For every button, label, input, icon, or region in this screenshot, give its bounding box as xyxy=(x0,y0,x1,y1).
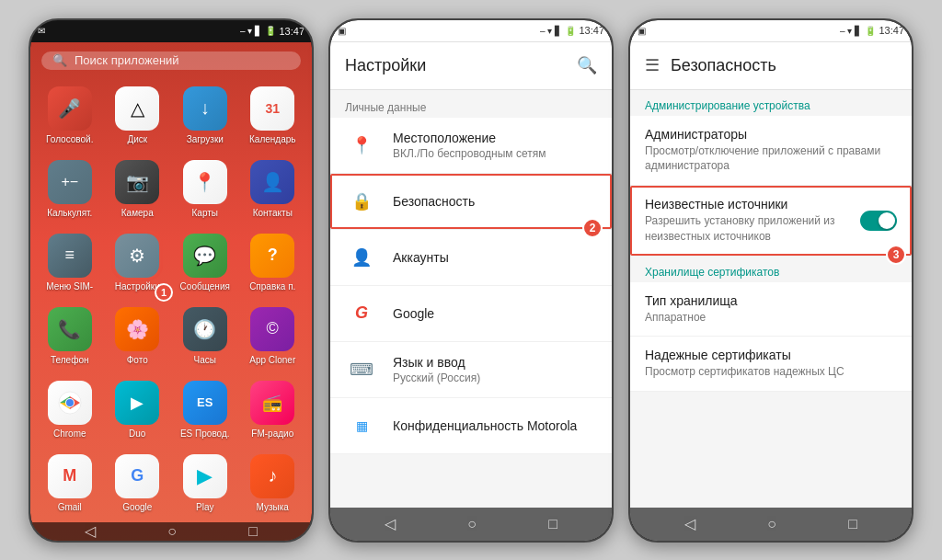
security-item-unknown-sources[interactable]: 3 Неизвестные источники Разрешить устано… xyxy=(630,186,912,257)
recents-button-2[interactable]: □ xyxy=(548,516,557,532)
screens-container: ✉ – ▾ ▋ 🔋 13:47 🔍 Поиск приложений xyxy=(0,0,942,560)
security-item-trusted-certs[interactable]: Надежные сертификаты Просмотр сертификат… xyxy=(630,337,912,392)
app-label-gmail: Gmail xyxy=(58,502,82,513)
settings-item-security-title: Безопасность xyxy=(393,194,597,209)
app-label-camera: Камера xyxy=(121,208,154,219)
app-icon-settings: ⚙ xyxy=(115,234,159,278)
app-calc[interactable]: +− Калькулят. xyxy=(38,154,102,224)
unknown-sources-row: Неизвестные источники Разрешить установк… xyxy=(645,197,897,245)
apps-grid: 🎤 Голосовой. △ Диск ↓ Загр xyxy=(30,77,312,522)
app-calendar[interactable]: 31 Календарь xyxy=(241,81,305,151)
app-label-phone: Телефон xyxy=(51,355,88,366)
app-play[interactable]: ▶ Play xyxy=(173,449,237,519)
status-bar-3: ▣ – ▾ ▋ 🔋 13:47 xyxy=(630,20,912,42)
app-icon-music: ♪ xyxy=(250,454,294,498)
unknown-sources-subtitle: Разрешить установку приложений из неизве… xyxy=(645,213,853,245)
back-button-2[interactable]: ◁ xyxy=(385,515,396,532)
app-icon-phone: 📞 xyxy=(48,307,92,351)
app-download[interactable]: ↓ Загрузки xyxy=(173,81,237,151)
app-label-drive: Диск xyxy=(127,134,147,145)
app-menu[interactable]: ≡ Меню SIM- xyxy=(38,228,102,298)
app-settings[interactable]: 1 ⚙ Настройки xyxy=(106,228,170,298)
settings-item-motorola[interactable]: ▦ Конфиденциальность Motorola xyxy=(330,398,612,454)
unknown-sources-text: Неизвестные источники Разрешить установк… xyxy=(645,197,860,245)
security-scroll: Администрирование устройства Администрат… xyxy=(630,90,912,508)
app-label-google: Google xyxy=(122,502,152,513)
unknown-sources-toggle[interactable] xyxy=(860,211,897,231)
status-bar-right-3: – ▾ ▋ 🔋 13:47 xyxy=(840,25,904,36)
app-icon-es: ES xyxy=(183,381,227,425)
app-label-maps: Карты xyxy=(192,208,219,219)
app-icon-calendar: 31 xyxy=(250,86,294,131)
app-drive[interactable]: △ Диск xyxy=(106,81,170,151)
app-es[interactable]: ES ES Пpовод. xyxy=(173,375,237,445)
back-button-1[interactable]: ◁ xyxy=(85,522,96,540)
back-button-3[interactable]: ◁ xyxy=(684,515,695,532)
search-bar[interactable]: 🔍 Поиск приложений xyxy=(41,51,301,70)
app-clock[interactable]: 🕐 Часы xyxy=(173,302,237,371)
app-voice[interactable]: 🎤 Голосовой. xyxy=(38,81,102,151)
home-button-3[interactable]: ○ xyxy=(767,516,776,532)
settings-item-google[interactable]: G Google xyxy=(330,286,612,342)
status-bar-left-3: ▣ xyxy=(638,26,646,36)
app-music[interactable]: ♪ Музыка xyxy=(241,449,305,519)
settings-item-location[interactable]: 📍 Местоположение ВКЛ./По беспроводным се… xyxy=(330,118,612,174)
search-placeholder: Поиск приложений xyxy=(75,53,179,67)
app-label-help: Справка п. xyxy=(249,281,295,292)
security-admins-title: Администраторы xyxy=(645,127,897,142)
wifi-icon: ▾ xyxy=(247,26,252,36)
step-badge-1: 1 xyxy=(155,283,173,302)
recents-button-1[interactable]: □ xyxy=(248,523,258,540)
app-messages[interactable]: 💬 Сообщения xyxy=(173,228,237,298)
app-phone[interactable]: 📞 Телефон xyxy=(38,302,102,371)
app-icon-camera: 📷 xyxy=(115,160,159,204)
app-icon-chrome xyxy=(48,381,92,425)
app-icon-contacts: 👤 xyxy=(250,160,294,204)
app-photos[interactable]: 🌸 Фото xyxy=(106,302,170,371)
app-camera[interactable]: 📷 Камера xyxy=(106,154,170,224)
app-label-download: Загрузки xyxy=(187,134,224,145)
hamburger-menu-icon[interactable]: ☰ xyxy=(645,55,660,75)
unknown-sources-title: Неизвестные источники xyxy=(645,197,853,211)
app-label-menu: Меню SIM- xyxy=(46,281,93,292)
app-icon-messages: 💬 xyxy=(183,234,227,278)
app-gmail[interactable]: M Gmail xyxy=(38,449,102,519)
recents-button-3[interactable]: □ xyxy=(848,516,857,532)
app-icon-fm: 📻 xyxy=(250,381,294,425)
settings-item-accounts[interactable]: 👤 Аккаунты xyxy=(330,230,612,286)
status-bar-left-2: ▣ xyxy=(338,26,346,36)
status-bar-right-2: – ▾ ▋ 🔋 13:47 xyxy=(540,25,604,36)
app-appcloner[interactable]: © App Cloner xyxy=(241,302,305,371)
app-google[interactable]: G Google xyxy=(106,449,170,519)
security-item-storage-type[interactable]: Тип хранилища Аппаратное xyxy=(630,282,912,337)
svg-point-3 xyxy=(66,399,74,406)
app-label-contacts: Контакты xyxy=(253,208,293,219)
settings-scroll: Личные данные 📍 Местоположение ВКЛ./По б… xyxy=(330,90,612,508)
home-screen: 🔍 Поиск приложений 🎤 Голосовой. △ xyxy=(30,42,312,541)
settings-item-location-title: Местоположение xyxy=(393,131,597,145)
settings-search-icon[interactable]: 🔍 xyxy=(577,55,597,75)
app-maps[interactable]: 📍 Карты xyxy=(173,154,237,224)
settings-item-security[interactable]: 2 🔒 Безопасность xyxy=(330,174,612,230)
search-icon: 🔍 xyxy=(52,53,67,67)
settings-item-language[interactable]: ⌨ Язык и ввод Русский (Россия) xyxy=(330,342,612,398)
app-label-play: Play xyxy=(196,502,213,513)
app-icon-calc: +− xyxy=(48,160,92,204)
security-header: ☰ Безопасность xyxy=(630,42,912,90)
app-contacts[interactable]: 👤 Контакты xyxy=(241,154,305,224)
home-button-2[interactable]: ○ xyxy=(467,516,477,532)
google-settings-icon: G xyxy=(345,297,378,330)
home-button-1[interactable]: ○ xyxy=(167,523,177,540)
settings-item-language-subtitle: Русский (Россия) xyxy=(393,371,597,384)
app-icon-help: ? xyxy=(250,234,294,278)
app-chrome[interactable]: Chrome xyxy=(38,375,102,445)
status-bar-1: ✉ – ▾ ▋ 🔋 13:47 xyxy=(30,20,312,42)
app-help[interactable]: ? Справка п. xyxy=(241,228,305,298)
app-label-chrome: Chrome xyxy=(53,429,86,440)
app-fm[interactable]: 📻 FM-радио xyxy=(241,375,305,445)
app-duo[interactable]: ▶ Duo xyxy=(106,375,170,445)
security-item-admins[interactable]: Администраторы Просмотр/отключение прило… xyxy=(630,116,912,187)
app-icon-menu: ≡ xyxy=(48,234,92,278)
phone-frame-2: ▣ – ▾ ▋ 🔋 13:47 Настройки 🔍 Личные данны… xyxy=(328,18,614,543)
settings-section-personal: Личные данные xyxy=(330,90,612,118)
